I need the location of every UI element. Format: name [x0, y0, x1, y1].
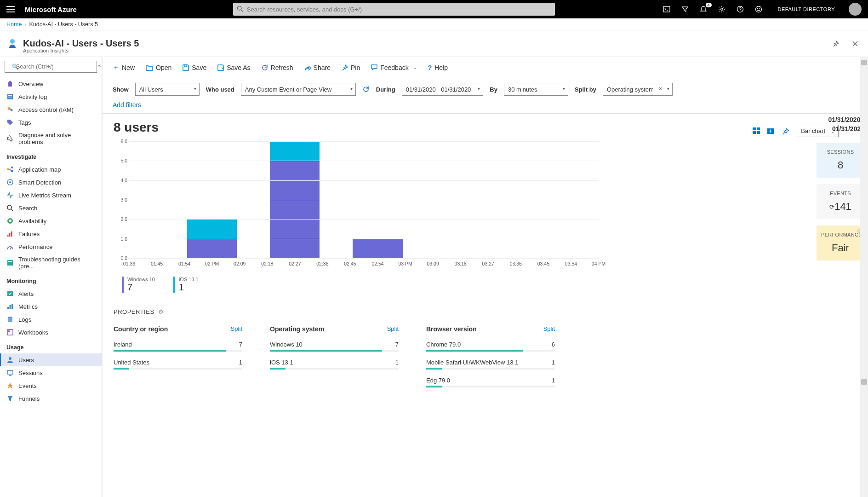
help-icon[interactable]: ?: [737, 6, 745, 13]
svg-rect-25: [9, 233, 11, 237]
svg-rect-12: [8, 97, 12, 98]
hamburger-menu-button[interactable]: [6, 6, 15, 12]
global-search: [233, 3, 647, 16]
view-grid-icon[interactable]: [753, 127, 761, 135]
global-search-input[interactable]: [233, 3, 555, 16]
nav-item-activity[interactable]: Activity log: [0, 90, 102, 103]
feedback-smiley-icon[interactable]: [755, 6, 763, 13]
date-range: 01/31/2020 -01/31/2020: [779, 116, 864, 133]
nav-item-search[interactable]: Search: [0, 202, 102, 214]
split-link[interactable]: Split: [231, 325, 242, 333]
refresh-button[interactable]: Refresh: [262, 64, 293, 71]
svg-rect-2: [663, 6, 670, 12]
nav-item-wb[interactable]: Workbooks: [0, 326, 102, 339]
nav-item-appmap[interactable]: Application map: [0, 163, 102, 176]
nav-item-metrics[interactable]: Metrics: [0, 300, 102, 313]
property-row[interactable]: Chrome 79.06: [426, 341, 555, 352]
nav-item-sessions[interactable]: Sessions: [0, 366, 102, 379]
filter-split-select[interactable]: Operating system✕▾: [603, 83, 673, 96]
properties-settings-icon[interactable]: ⚙: [158, 308, 164, 315]
property-row[interactable]: iOS 13.11: [270, 359, 399, 370]
svg-rect-26: [11, 231, 12, 237]
property-row[interactable]: Mobile Safari UI/WKWebView 13.11: [426, 359, 555, 370]
nav-item-overview[interactable]: Overview: [0, 77, 102, 90]
legend-item-ios[interactable]: iOS 13.11: [173, 277, 199, 293]
search-icon: [237, 6, 243, 12]
user-avatar[interactable]: [849, 3, 862, 16]
svg-line-1: [241, 10, 243, 12]
svg-point-7: [757, 8, 758, 9]
svg-point-19: [9, 181, 11, 183]
wb-icon: [6, 329, 14, 336]
tenant-label[interactable]: DEFAULT DIRECTORY: [778, 6, 835, 12]
nav-item-iam[interactable]: Access control (IAM): [0, 103, 102, 116]
filter-during-select[interactable]: 01/31/2020 - 01/31/2020▾: [402, 83, 484, 96]
nav-item-users[interactable]: Users: [0, 353, 102, 366]
overview-icon: [6, 80, 14, 87]
header-actions: 4 ? DEFAULT DIRECTORY: [663, 3, 862, 16]
legend-item-win[interactable]: Windows 107: [122, 277, 155, 293]
clear-split-icon: ✕: [658, 86, 662, 91]
notifications-icon[interactable]: 4: [700, 6, 708, 13]
svg-rect-24: [7, 235, 9, 237]
svg-point-3: [720, 8, 723, 11]
nav-item-fail[interactable]: Failures: [0, 227, 102, 240]
nav-item-diagnose[interactable]: Diagnose and solve problems: [0, 129, 102, 148]
y-tick: 1.0: [120, 236, 127, 242]
collapse-menu-button[interactable]: «: [98, 63, 101, 68]
chart-bar[interactable]: [353, 239, 402, 258]
property-row[interactable]: Ireland7: [114, 341, 242, 352]
settings-gear-icon[interactable]: [718, 6, 726, 13]
share-button[interactable]: Share: [304, 64, 331, 71]
performance-card[interactable]: ⚙ PERFORMANCE Fair: [817, 225, 864, 260]
property-row[interactable]: United States1: [114, 359, 242, 370]
help-button[interactable]: ?Help: [428, 64, 448, 71]
property-row[interactable]: Edg 79.01: [426, 377, 555, 387]
x-tick: 02:27: [289, 261, 301, 266]
save-as-button[interactable]: Save As: [217, 64, 250, 71]
events-card[interactable]: EVENTS ⟳141: [817, 184, 864, 219]
split-link[interactable]: Split: [387, 325, 399, 333]
add-chart-icon[interactable]: +: [767, 127, 776, 135]
nav-item-events[interactable]: Events: [0, 379, 102, 392]
feedback-button[interactable]: Feedback⌄: [371, 64, 417, 71]
directory-filter-icon[interactable]: [681, 6, 690, 13]
sessions-card[interactable]: SESSIONS 8: [817, 143, 864, 178]
breadcrumb-home-link[interactable]: Home: [6, 21, 22, 28]
close-blade-button[interactable]: [849, 37, 862, 50]
pin-blade-button[interactable]: [829, 37, 842, 50]
properties-section: PROPERTIES ⚙ Country or regionSplitIrela…: [114, 308, 857, 395]
filter-show-select[interactable]: All Users▾: [135, 83, 200, 96]
svg-rect-33: [11, 304, 13, 309]
nav-item-logs[interactable]: Logs: [0, 313, 102, 326]
nav-item-smart[interactable]: Smart Detection: [0, 176, 102, 189]
y-tick: 3.0: [120, 197, 127, 202]
nav-section-monitoring: Monitoring: [0, 272, 102, 287]
nav-item-alerts[interactable]: Alerts: [0, 287, 102, 300]
content-scrollbar[interactable]: [860, 57, 868, 497]
open-button[interactable]: Open: [146, 64, 171, 71]
nav-item-avail[interactable]: Availability: [0, 214, 102, 227]
nav-item-tags[interactable]: Tags: [0, 116, 102, 129]
x-tick: 01:45: [151, 261, 163, 266]
fail-icon: [6, 230, 14, 237]
nav-item-funnels[interactable]: Funnels: [0, 392, 102, 405]
cloud-shell-icon[interactable]: [663, 6, 671, 13]
x-tick: 02:45: [344, 261, 356, 266]
nav-item-perf[interactable]: Performance: [0, 240, 102, 253]
pin-button[interactable]: Pin: [342, 64, 360, 71]
nav-item-trouble[interactable]: Troubleshooting guides (pre...: [0, 253, 102, 272]
filter-by-select[interactable]: 30 minutes▾: [504, 83, 568, 96]
save-button[interactable]: Save: [183, 64, 206, 71]
filter-during-label: During: [376, 86, 395, 93]
page-subtitle: Application Insights: [23, 48, 69, 53]
refresh-filters-icon[interactable]: [362, 86, 370, 93]
add-filters-link[interactable]: Add filters: [113, 101, 141, 109]
filter-who-label: Who used: [206, 86, 234, 93]
x-tick: 01:54: [178, 261, 190, 266]
new-button[interactable]: ＋New: [113, 64, 135, 72]
nav-item-live[interactable]: Live Metrics Stream: [0, 189, 102, 202]
split-link[interactable]: Split: [543, 325, 555, 333]
property-row[interactable]: Windows 107: [270, 341, 399, 352]
filter-who-select[interactable]: Any Custom Event or Page View▾: [241, 83, 356, 96]
